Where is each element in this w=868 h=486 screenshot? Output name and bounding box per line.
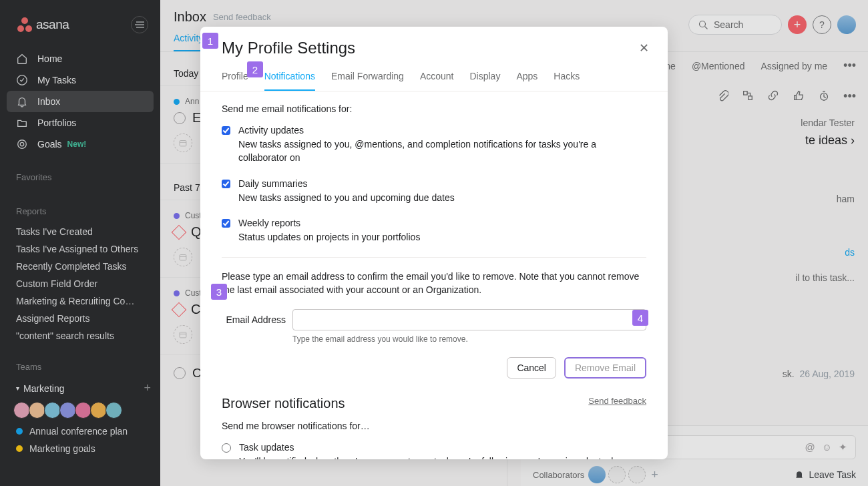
cancel-button[interactable]: Cancel — [507, 357, 556, 379]
checkbox-desc: New tasks assigned to you, @mentions, an… — [238, 138, 646, 165]
tab-apps[interactable]: Apps — [516, 67, 537, 91]
modal-tabs: Profile Notifications Email Forwarding A… — [200, 67, 668, 91]
annotation-badge: 1 — [202, 33, 218, 49]
checkbox-title: Weekly reports — [238, 218, 420, 228]
tab-profile[interactable]: Profile — [222, 67, 248, 91]
remove-email-button[interactable]: Remove Email — [564, 357, 646, 379]
checkbox-checked-icon[interactable] — [222, 180, 230, 188]
checkbox-checked-icon[interactable] — [222, 219, 230, 228]
modal-body: Send me email notifications for: Activit… — [200, 91, 668, 459]
annotation-badge: 4 — [632, 310, 648, 326]
remove-email-info: Please type an email address to confirm … — [222, 270, 646, 297]
tab-hacks[interactable]: Hacks — [554, 67, 580, 91]
section-heading: Send me email notifications for: — [222, 103, 646, 114]
annotation-badge: 2 — [247, 61, 263, 77]
tab-display[interactable]: Display — [469, 67, 500, 91]
checkbox-row-daily[interactable]: Daily summaries New tasks assigned to yo… — [222, 178, 646, 204]
checkbox-title: Activity updates — [238, 125, 646, 136]
radio-unchecked-icon[interactable] — [222, 443, 231, 453]
browser-notifications-heading: Browser notifications — [222, 396, 646, 411]
checkbox-desc: New tasks assigned to you and upcoming d… — [238, 191, 455, 204]
send-feedback-link[interactable]: Send feedback — [588, 396, 646, 406]
annotation-badge: 3 — [211, 284, 227, 300]
profile-settings-modal: My Profile Settings ✕ Profile Notificati… — [200, 27, 668, 459]
checkbox-row-weekly[interactable]: Weekly reports Status updates on project… — [222, 218, 646, 244]
field-help: Type the email address you would like to… — [292, 334, 646, 344]
modal-title: My Profile Settings — [222, 39, 355, 57]
email-field-row: Email Address Type the email address you… — [222, 309, 646, 344]
field-label: Email Address — [222, 309, 286, 325]
radio-title: Task updates — [239, 442, 646, 453]
tab-account[interactable]: Account — [420, 67, 454, 91]
tab-email-forwarding[interactable]: Email Forwarding — [331, 67, 404, 91]
checkbox-desc: Status updates on projects in your portf… — [238, 230, 420, 244]
radio-row-task-updates[interactable]: Task updates You'll be notified when the… — [222, 442, 646, 459]
checkbox-row-activity[interactable]: Activity updates New tasks assigned to y… — [222, 125, 646, 165]
radio-desc: You'll be notified when there's a commen… — [239, 455, 646, 459]
email-input[interactable] — [292, 309, 646, 330]
section-heading: Send me browser notifications for… — [222, 421, 646, 431]
checkbox-checked-icon[interactable] — [222, 126, 230, 135]
close-icon[interactable]: ✕ — [639, 41, 649, 55]
tab-notifications[interactable]: Notifications — [264, 67, 315, 91]
checkbox-title: Daily summaries — [238, 178, 455, 189]
